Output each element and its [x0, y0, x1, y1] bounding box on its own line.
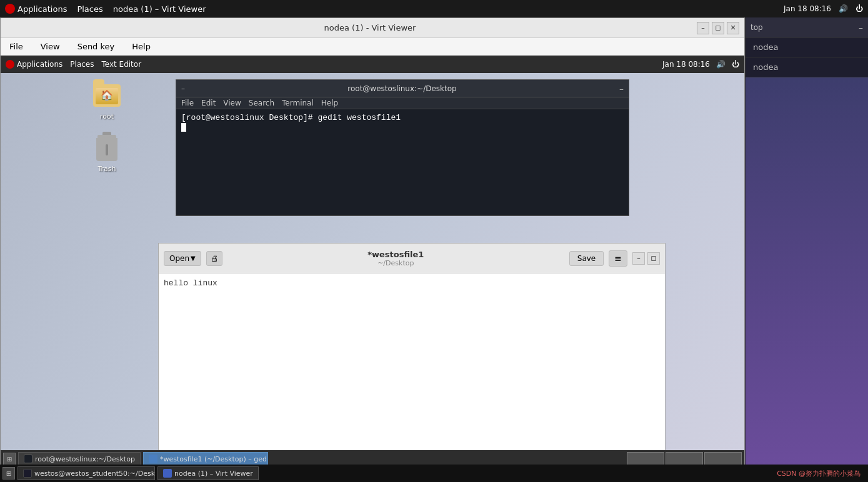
- guest-applications-button[interactable]: Applications: [6, 60, 62, 69]
- guest-taskbar-terminal-label: root@westoslinux:~/Desktop: [35, 455, 135, 463]
- gedit-open-arrow: ▼: [191, 255, 196, 262]
- trash-icon[interactable]: Trash: [88, 133, 126, 173]
- trash-image: [92, 133, 122, 163]
- guest-power-icon[interactable]: ⏻: [732, 60, 739, 69]
- host-taskbar-terminal-label: westos@westos_student50:~/Desk...: [34, 470, 155, 478]
- gedit-minimize-btn[interactable]: –: [632, 252, 645, 265]
- virt-viewer-window: nodea (1) - Virt Viewer – ◻ ✕ File View …: [0, 17, 745, 468]
- right-panel-bottom-decoration: [746, 77, 868, 482]
- right-panel-header: top –: [746, 17, 868, 37]
- host-applications-button[interactable]: Applications: [5, 4, 67, 14]
- virt-viewer-titlebar: nodea (1) - Virt Viewer – ◻ ✕: [1, 18, 744, 38]
- trash-body: [96, 138, 117, 161]
- host-taskbar-virtviewer-icon: [163, 469, 172, 478]
- right-panel-minimize-btn[interactable]: –: [859, 22, 863, 32]
- terminal-titlebar: – root@westoslinux:~/Desktop –: [176, 80, 629, 97]
- guest-taskbar-right-btn1[interactable]: [627, 452, 664, 466]
- guest-vm-area: Applications Places Text Editor Jan 18 0…: [1, 56, 744, 468]
- trash-shape: [96, 135, 117, 161]
- host-taskbar-terminal-icon: [23, 469, 32, 478]
- terminal-body[interactable]: [root@westoslinux Desktop]# gedit westos…: [176, 109, 629, 215]
- gedit-content: hello linux: [164, 278, 217, 288]
- gedit-open-button[interactable]: Open ▼: [164, 251, 201, 266]
- virt-viewer-menu-sendkey[interactable]: Send key: [74, 41, 119, 52]
- guest-taskbar-right-btn2[interactable]: [666, 452, 703, 466]
- right-panel-item-1-label: nodea: [753, 62, 778, 72]
- terminal-menu-view[interactable]: View: [223, 99, 241, 107]
- host-applications-label: Applications: [17, 4, 67, 14]
- host-bottom-taskbar: ⊞ westos@westos_student50:~/Desk... node…: [0, 465, 868, 482]
- right-panel-item-1[interactable]: nodea: [746, 57, 868, 77]
- guest-taskbar-terminal-icon: [24, 455, 32, 463]
- guest-taskbar-right: [627, 452, 742, 466]
- terminal-menubar: File Edit View Search Terminal Help: [176, 97, 629, 109]
- root-folder-label: root: [100, 112, 114, 120]
- guest-places-label[interactable]: Places: [70, 60, 94, 69]
- gedit-print-button[interactable]: 🖨: [206, 251, 222, 266]
- gedit-editor[interactable]: hello linux: [159, 273, 665, 468]
- virt-viewer-minimize-btn[interactable]: –: [697, 22, 709, 34]
- right-panel-title: top: [751, 23, 763, 32]
- guest-applications-label: Applications: [17, 60, 62, 69]
- guest-taskbar-gedit[interactable]: *westosfile1 (~/Desktop) – gedit: [143, 452, 268, 466]
- csdn-watermark: CSDN @努力扑腾的小菜鸟: [777, 469, 866, 478]
- desktop-icons-container: 🏠 root: [88, 81, 126, 173]
- guest-taskbar-gedit-label: *westosfile1 (~/Desktop) – gedit: [160, 455, 268, 463]
- gedit-subtitle: ~/Desktop: [227, 259, 564, 267]
- guest-taskbar-terminal[interactable]: root@westoslinux:~/Desktop: [18, 452, 141, 466]
- terminal-menu-file[interactable]: File: [181, 99, 194, 107]
- terminal-menu-search[interactable]: Search: [249, 99, 274, 107]
- terminal-close-btn[interactable]: –: [619, 84, 624, 94]
- gedit-window: Open ▼ 🖨 *westosfile1 ~/Desktop Save ≡ –…: [158, 243, 666, 468]
- virt-viewer-menubar: File View Send key Help: [1, 38, 744, 56]
- host-power-icon[interactable]: ⏻: [856, 4, 863, 13]
- host-taskbar-right: Jan 18 08:16 🔊 ⏻: [784, 4, 863, 13]
- gedit-title: *westosfile1: [227, 250, 564, 259]
- gedit-header: Open ▼ 🖨 *westosfile1 ~/Desktop Save ≡ –…: [159, 243, 665, 273]
- guest-fedora-icon: [6, 60, 14, 69]
- terminal-cursor: [181, 123, 186, 132]
- host-show-desktop-btn[interactable]: ⊞: [2, 467, 15, 480]
- root-folder-image: 🏠: [92, 81, 122, 111]
- terminal-menu-terminal[interactable]: Terminal: [282, 99, 314, 107]
- host-taskbar-terminal-item[interactable]: westos@westos_student50:~/Desk...: [17, 466, 155, 480]
- csdn-text: CSDN @努力扑腾的小菜鸟: [777, 469, 861, 478]
- gedit-maximize-btn[interactable]: ◻: [647, 252, 660, 265]
- virt-viewer-titlebar-controls: – ◻ ✕: [697, 22, 739, 34]
- virt-viewer-maximize-btn[interactable]: ◻: [712, 22, 724, 34]
- virt-viewer-close-btn[interactable]: ✕: [727, 22, 739, 34]
- terminal-menu-help[interactable]: Help: [321, 99, 338, 107]
- host-taskbar-virtviewer-item[interactable]: nodea (1) – Virt Viewer: [157, 466, 259, 480]
- guest-panel-left: Applications Places Text Editor: [6, 60, 141, 69]
- host-places-label[interactable]: Places: [77, 4, 102, 14]
- guest-taskbar-right-btn3[interactable]: [704, 452, 742, 466]
- terminal-menu-edit[interactable]: Edit: [201, 99, 216, 107]
- guest-sound-icon[interactable]: 🔊: [716, 60, 726, 69]
- host-taskbar-left: Applications Places nodea (1) – Virt Vie…: [5, 4, 206, 14]
- virt-viewer-menu-file[interactable]: File: [6, 41, 27, 52]
- guest-panel-right: Jan 18 08:16 🔊 ⏻: [662, 60, 739, 69]
- guest-show-desktop-btn[interactable]: ⊞: [3, 453, 16, 465]
- folder-shape: 🏠: [93, 84, 121, 107]
- terminal-command-line: [root@westoslinux Desktop]# gedit westos…: [181, 113, 401, 122]
- gedit-window-controls: – ◻: [632, 252, 660, 265]
- host-sound-icon[interactable]: 🔊: [839, 4, 848, 13]
- gedit-save-button[interactable]: Save: [569, 251, 604, 266]
- right-panel-item-0[interactable]: nodea: [746, 37, 868, 57]
- guest-taskbar-gedit-icon: [149, 455, 157, 463]
- virt-viewer-title: nodea (1) - Virt Viewer: [43, 23, 697, 32]
- fedora-icon: [5, 4, 15, 14]
- root-folder-icon[interactable]: 🏠 root: [88, 81, 126, 120]
- guest-datetime: Jan 18 08:16: [662, 60, 710, 69]
- right-panel: top – nodea nodea: [745, 17, 868, 482]
- trash-label: Trash: [97, 165, 116, 173]
- guest-text-editor-label[interactable]: Text Editor: [101, 60, 141, 69]
- virt-viewer-menu-view[interactable]: View: [37, 41, 64, 52]
- host-top-taskbar: Applications Places nodea (1) – Virt Vie…: [0, 0, 868, 17]
- gedit-open-label: Open: [169, 254, 189, 263]
- gedit-menu-button[interactable]: ≡: [609, 250, 627, 267]
- host-app-name-label: nodea (1) – Virt Viewer: [113, 4, 206, 14]
- right-panel-item-0-label: nodea: [753, 42, 778, 52]
- terminal-title: root@westoslinux:~/Desktop: [185, 84, 619, 93]
- virt-viewer-menu-help[interactable]: Help: [128, 41, 154, 52]
